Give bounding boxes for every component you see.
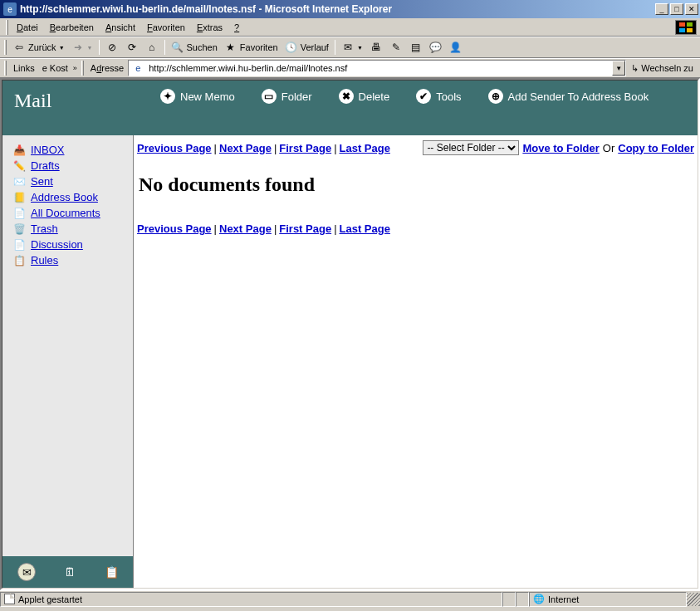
window-title: http://schlemmer.wiwi.hu-berlin.de/mail/… xyxy=(20,3,655,15)
folder-select[interactable]: -- Select Folder -- xyxy=(423,140,519,155)
sidebar-item-sent[interactable]: ✉️Sent xyxy=(12,174,133,189)
svg-rect-0 xyxy=(679,22,685,27)
edit-icon: ✎ xyxy=(389,41,403,54)
sidebar-item-label[interactable]: All Documents xyxy=(31,207,100,219)
sidebar-item-label[interactable]: INBOX xyxy=(31,144,64,156)
home-button[interactable]: ⌂ xyxy=(142,39,162,56)
sidebar-item-label[interactable]: Address Book xyxy=(31,191,98,203)
sidebar-item-label[interactable]: Drafts xyxy=(31,159,60,172)
sidebar-item-inbox[interactable]: 📥INBOX xyxy=(12,142,133,158)
refresh-button[interactable]: ⟳ xyxy=(122,39,142,56)
last-page-link[interactable]: Last Page xyxy=(340,222,390,235)
footer-mail-icon[interactable]: ✉ xyxy=(17,563,36,581)
extra1-button[interactable]: ▤ xyxy=(406,39,426,56)
links-chevron-icon[interactable]: » xyxy=(71,64,79,72)
prev-page-link[interactable]: Previous Page xyxy=(137,142,212,154)
sidebar-item-label[interactable]: Sent xyxy=(31,175,53,188)
copy-to-folder-link[interactable]: Copy to Folder xyxy=(618,142,694,154)
menu-datei[interactable]: Datei xyxy=(11,21,44,34)
dropdown-icon: ▼ xyxy=(357,45,363,51)
go-button[interactable]: ↳ Wechseln zu xyxy=(626,63,698,74)
first-page-link[interactable]: First Page xyxy=(279,222,331,235)
maximize-button[interactable]: □ xyxy=(670,3,683,15)
folder-button[interactable]: ▭ Folder xyxy=(262,89,312,104)
forward-button[interactable]: ➜ ▼ xyxy=(68,39,96,56)
separator xyxy=(99,40,100,55)
back-label: Zurück xyxy=(28,42,56,52)
links-item-kost[interactable]: eKost xyxy=(39,61,71,75)
dropdown-icon: ▼ xyxy=(87,45,93,51)
status-doc-icon xyxy=(4,594,15,604)
zone-text: Internet xyxy=(548,594,579,604)
menu-help[interactable]: ? xyxy=(228,21,245,34)
edit-button[interactable]: ✎ xyxy=(386,39,406,56)
resize-grip[interactable] xyxy=(687,593,700,606)
minimize-button[interactable]: _ xyxy=(655,3,668,15)
stop-icon: ⊘ xyxy=(105,41,119,54)
history-label: Verlauf xyxy=(301,42,329,52)
stop-button[interactable]: ⊘ xyxy=(102,39,122,56)
go-label: Wechseln zu xyxy=(641,63,693,73)
forward-icon: ➜ xyxy=(71,41,85,54)
drafts-icon: ✏️ xyxy=(12,160,26,172)
address-dropdown-icon[interactable]: ▼ xyxy=(612,61,625,76)
last-page-link[interactable]: Last Page xyxy=(340,142,390,154)
separator xyxy=(164,40,165,55)
svg-rect-1 xyxy=(687,22,693,27)
status-text: Applet gestartet xyxy=(18,594,82,604)
separator: | xyxy=(212,222,219,235)
menu-favoriten[interactable]: Favoriten xyxy=(141,21,191,34)
tools-button[interactable]: ✔ Tools xyxy=(416,89,461,104)
move-to-folder-link[interactable]: Move to Folder xyxy=(522,142,599,154)
discuss-icon: 💬 xyxy=(429,41,443,54)
close-button[interactable]: ✕ xyxy=(685,3,698,15)
footer-calendar-icon[interactable]: 🗓 xyxy=(62,565,77,579)
menu-ansicht[interactable]: Ansicht xyxy=(100,21,141,34)
separator: | xyxy=(272,222,279,235)
or-text: Or xyxy=(603,142,614,154)
separator xyxy=(335,40,335,55)
sidebar-item-drafts[interactable]: ✏️Drafts xyxy=(12,158,133,174)
sidebar-item-rules[interactable]: 📋Rules xyxy=(12,252,133,268)
trash-icon: 🗑️ xyxy=(12,223,26,235)
sidebar-item-addressbook[interactable]: 📒Address Book xyxy=(12,189,133,205)
dropdown-icon: ▼ xyxy=(59,45,65,51)
back-button[interactable]: ⇦ Zurück ▼ xyxy=(9,39,68,56)
first-page-link[interactable]: First Page xyxy=(279,142,331,154)
footer-todo-icon[interactable]: 📋 xyxy=(104,565,119,579)
kost-label: Kost xyxy=(50,63,68,73)
sidebar-item-discussion[interactable]: 📄Discussion xyxy=(12,237,133,252)
add-sender-icon: ⊕ xyxy=(488,89,503,104)
print-button[interactable]: 🖶 xyxy=(366,39,386,56)
delete-icon: ✖ xyxy=(339,89,354,104)
mail-button[interactable]: ✉▼ xyxy=(338,39,366,56)
messenger-button[interactable]: 👤 xyxy=(446,39,466,56)
nav-toolbar: ⇦ Zurück ▼ ➜ ▼ ⊘ ⟳ ⌂ 🔍Suchen ★Favoriten … xyxy=(0,37,700,58)
address-field-wrap[interactable]: e ▼ xyxy=(128,60,626,76)
discuss-button[interactable]: 💬 xyxy=(426,39,446,56)
sidebar-item-trash[interactable]: 🗑️Trash xyxy=(12,221,133,237)
next-page-link[interactable]: Next Page xyxy=(219,222,272,235)
ie-page-icon: e xyxy=(42,63,47,73)
favorites-button[interactable]: ★Favoriten xyxy=(221,39,281,56)
search-button[interactable]: 🔍Suchen xyxy=(168,39,221,56)
prev-page-link[interactable]: Previous Page xyxy=(137,222,212,235)
menu-bearbeiten[interactable]: Bearbeiten xyxy=(44,21,100,34)
new-memo-button[interactable]: ✦ New Memo xyxy=(160,89,235,104)
sidebar-item-label[interactable]: Discussion xyxy=(31,238,83,251)
addressbook-icon: 📒 xyxy=(12,192,26,203)
separator: | xyxy=(272,142,279,154)
new-memo-icon: ✦ xyxy=(160,89,175,104)
menu-extras[interactable]: Extras xyxy=(191,21,228,34)
sidebar-item-label[interactable]: Trash xyxy=(31,222,58,235)
next-page-link[interactable]: Next Page xyxy=(219,142,272,154)
delete-button[interactable]: ✖ Delete xyxy=(339,89,390,104)
status-zone: 🌐 Internet xyxy=(529,592,687,607)
history-button[interactable]: 🕓Verlauf xyxy=(281,39,332,56)
sidebar-item-alldocs[interactable]: 📄All Documents xyxy=(12,205,133,221)
sidebar-item-label[interactable]: Rules xyxy=(31,254,58,266)
windows-logo xyxy=(675,20,697,35)
add-sender-button[interactable]: ⊕ Add Sender To Address Book xyxy=(488,89,649,104)
favorites-label: Favoriten xyxy=(240,42,278,52)
address-input[interactable] xyxy=(147,63,612,73)
